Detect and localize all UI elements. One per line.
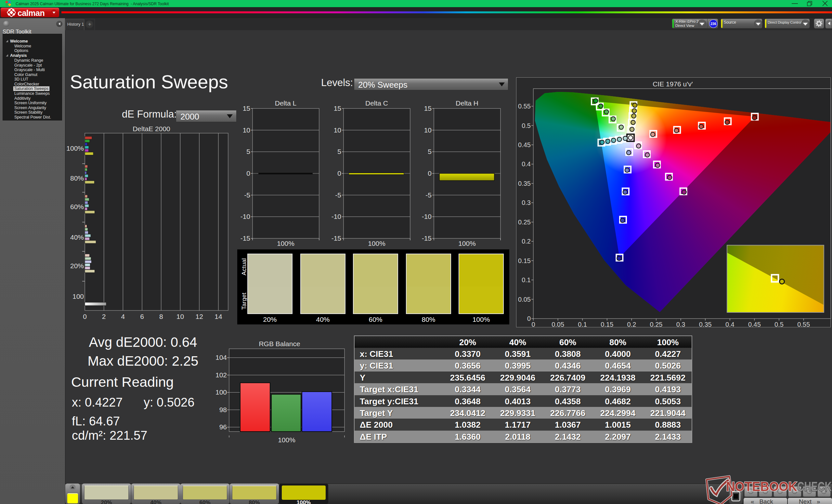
svg-text:80%: 80% [70, 174, 84, 182]
svg-text:12: 12 [196, 313, 203, 320]
svg-text:0: 0 [527, 315, 531, 322]
svg-text:104: 104 [215, 354, 227, 361]
svg-text:4: 4 [121, 313, 125, 320]
svg-text:Calman 2025 Calman Ultimate fo: Calman 2025 Calman Ultimate for Business… [16, 2, 169, 6]
svg-text:Delta C: Delta C [365, 100, 388, 107]
svg-text:10: 10 [334, 126, 341, 134]
svg-text:10: 10 [177, 313, 184, 320]
svg-text:100%: 100% [277, 240, 294, 247]
svg-text:DeltaE 2000: DeltaE 2000 [133, 125, 170, 133]
svg-text:10: 10 [243, 126, 250, 134]
svg-text:CHECK: CHECK [797, 479, 832, 494]
svg-text:0.45: 0.45 [748, 321, 761, 327]
svg-text:0.1: 0.1 [578, 321, 587, 327]
svg-text:0.2: 0.2 [627, 321, 636, 327]
svg-text:CIE 1976 u'v': CIE 1976 u'v' [653, 80, 693, 88]
svg-text:-15: -15 [422, 234, 432, 242]
svg-text:0.25: 0.25 [518, 219, 531, 226]
svg-text:0.3: 0.3 [676, 321, 685, 327]
svg-text:0.35: 0.35 [699, 321, 712, 327]
svg-text:0.5: 0.5 [522, 122, 531, 129]
svg-text:NOTEBOOK: NOTEBOOK [726, 479, 797, 494]
svg-text:-10: -10 [240, 213, 250, 220]
svg-text:0.4: 0.4 [522, 161, 531, 168]
svg-text:100: 100 [215, 388, 227, 396]
svg-text:-15: -15 [240, 234, 250, 242]
svg-text:0: 0 [428, 169, 432, 177]
svg-text:0.2: 0.2 [522, 238, 531, 245]
svg-text:100%: 100% [368, 240, 386, 247]
svg-text:-5: -5 [335, 191, 341, 199]
svg-text:0: 0 [337, 169, 341, 177]
svg-text:0.4: 0.4 [725, 321, 734, 327]
svg-text:-5: -5 [425, 191, 432, 199]
svg-text:0.25: 0.25 [650, 321, 663, 327]
svg-text:100%: 100% [278, 436, 295, 444]
svg-text:10: 10 [424, 126, 432, 134]
svg-text:0: 0 [531, 321, 535, 327]
svg-text:15: 15 [334, 105, 341, 112]
svg-text:0.3: 0.3 [522, 199, 531, 206]
svg-text:0: 0 [83, 313, 87, 320]
svg-text:0.55: 0.55 [518, 103, 531, 110]
svg-text:6: 6 [140, 313, 144, 320]
svg-text:Delta H: Delta H [456, 100, 478, 107]
svg-text:0.55: 0.55 [797, 321, 810, 327]
svg-text:14: 14 [214, 313, 222, 320]
svg-text:15: 15 [424, 105, 432, 112]
svg-text:0.05: 0.05 [518, 296, 531, 303]
svg-text:5: 5 [246, 148, 250, 155]
svg-text:Target: Target [240, 292, 247, 310]
svg-text:0: 0 [246, 169, 250, 177]
svg-text:0.05: 0.05 [551, 321, 564, 327]
svg-text:100: 100 [73, 292, 84, 300]
svg-text:20%: 20% [70, 262, 84, 270]
svg-text:0.35: 0.35 [518, 180, 531, 187]
svg-text:100%: 100% [66, 144, 84, 152]
svg-text:5: 5 [428, 148, 432, 155]
svg-text:Actual: Actual [240, 258, 247, 275]
svg-text:-15: -15 [332, 234, 341, 242]
svg-text:8: 8 [159, 313, 163, 320]
svg-text:0.15: 0.15 [601, 321, 613, 327]
svg-text:96: 96 [219, 423, 227, 430]
svg-text:40%: 40% [70, 233, 84, 241]
svg-text:102: 102 [215, 371, 227, 379]
svg-text:0.45: 0.45 [518, 141, 531, 148]
svg-text:-10: -10 [332, 213, 341, 220]
svg-text:236: 236 [710, 22, 716, 26]
svg-text:RGB Balance: RGB Balance [259, 340, 300, 347]
svg-text:Delta L: Delta L [275, 100, 297, 107]
svg-text:98: 98 [219, 406, 227, 413]
svg-text:0.15: 0.15 [518, 257, 531, 264]
svg-text:0.5: 0.5 [775, 321, 784, 327]
svg-text:100%: 100% [458, 240, 476, 247]
svg-text:-10: -10 [422, 213, 432, 220]
svg-text:-5: -5 [244, 191, 250, 199]
svg-text:calman: calman [18, 8, 45, 18]
svg-text:2: 2 [102, 313, 106, 320]
svg-text:15: 15 [243, 105, 250, 112]
svg-text:0.1: 0.1 [522, 276, 531, 283]
svg-text:60%: 60% [70, 203, 84, 211]
svg-text:5: 5 [337, 148, 341, 155]
